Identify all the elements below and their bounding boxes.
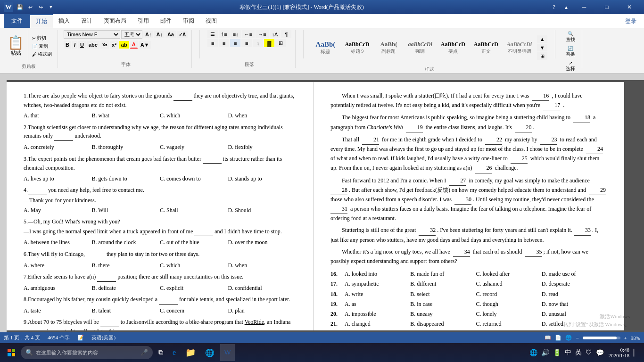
- zoom-in-btn[interactable]: +: [624, 335, 627, 341]
- style-normal[interactable]: AaBbCcD 正文: [471, 40, 502, 56]
- select-button[interactable]: ↗ 选择: [563, 59, 578, 73]
- tab-file[interactable]: 文件: [4, 14, 30, 28]
- q7-blank: [97, 272, 116, 282]
- help-button[interactable]: ?: [549, 3, 559, 11]
- font-name-select[interactable]: Times New F: [64, 30, 120, 39]
- style-emphasis[interactable]: aaBbCcDi 强调: [405, 40, 435, 56]
- align-left-button[interactable]: ≡: [207, 39, 218, 47]
- borders-button[interactable]: ⊞: [275, 39, 286, 47]
- bullets-button[interactable]: ☰: [207, 30, 218, 38]
- style-subtitle[interactable]: AaBb( 副标题: [374, 39, 403, 56]
- tab-view[interactable]: 视图: [200, 14, 223, 28]
- cut-button[interactable]: ✂ 剪切: [30, 34, 54, 42]
- tab-layout[interactable]: 页面布局: [98, 14, 132, 28]
- customize-icon[interactable]: ▼: [47, 3, 55, 11]
- tray-chat[interactable]: 💬: [594, 349, 605, 357]
- tray-antivirus[interactable]: 🛡: [584, 349, 594, 356]
- align-center-button[interactable]: ≡: [219, 39, 229, 47]
- right-page[interactable]: When I was small, I spoke with a stutter…: [313, 82, 624, 330]
- underline-button[interactable]: U: [78, 41, 86, 49]
- edge-button[interactable]: e: [169, 344, 180, 361]
- line-spacing-button[interactable]: ↕: [253, 39, 263, 47]
- format-painter-button[interactable]: 🖌 格式刷: [30, 50, 54, 58]
- style-heading9[interactable]: AaBbCcD 标题 9: [341, 40, 372, 56]
- tab-mail[interactable]: 邮件: [155, 14, 177, 28]
- styles-up-button[interactable]: ▲: [537, 35, 547, 43]
- sort-button[interactable]: ↕A: [270, 30, 281, 38]
- clear-format-button[interactable]: ✓A: [177, 31, 188, 38]
- tray-network[interactable]: 🌐: [528, 349, 539, 357]
- find-button[interactable]: 🔍 查找: [563, 30, 578, 44]
- align-right-button[interactable]: ≡: [230, 39, 240, 47]
- undo-icon[interactable]: ↩: [26, 3, 34, 11]
- title-text: 寒假作业三(1)(1) [兼容模式] - Word(产品激活失败): [239, 4, 363, 10]
- left-page[interactable]: 1.There are also people who object to fa…: [7, 82, 313, 330]
- show-marks-button[interactable]: ¶: [281, 30, 291, 38]
- zoom-out-btn[interactable]: −: [576, 335, 578, 341]
- bold-button[interactable]: B: [64, 41, 71, 49]
- paragraph-label: 段落: [245, 60, 254, 68]
- tray-chinese[interactable]: 中: [563, 348, 573, 357]
- task-view-button[interactable]: ⧉: [155, 344, 167, 361]
- tab-home[interactable]: 开始: [30, 14, 53, 28]
- styles-expand-button[interactable]: ⊞: [537, 52, 547, 60]
- font-color-button[interactable]: A: [130, 41, 138, 49]
- font-grow-button[interactable]: A↑: [143, 31, 153, 38]
- replace-button[interactable]: 🔄 替换: [563, 45, 578, 58]
- view-print-btn[interactable]: 📄: [555, 335, 561, 341]
- paste-button[interactable]: 📋 粘贴: [4, 30, 28, 62]
- strikethrough-button[interactable]: abc: [87, 41, 99, 49]
- justify-button[interactable]: ≡: [241, 39, 252, 47]
- copy-button[interactable]: 📄 复制: [30, 42, 54, 50]
- clock[interactable]: 0:48 2020/1/18: [606, 347, 631, 358]
- start-button[interactable]: [4, 344, 19, 361]
- view-web-btn[interactable]: 🌐: [565, 335, 572, 341]
- save-icon[interactable]: 💾: [16, 3, 24, 11]
- shading-button[interactable]: ▓: [264, 39, 274, 47]
- multilevel-button[interactable]: ≡↕: [231, 30, 241, 38]
- q2-options: A. concretely B. thoroughly C. vaguely D…: [24, 143, 296, 152]
- font-shrink-button[interactable]: A↓: [154, 31, 164, 38]
- tab-references[interactable]: 引用: [132, 14, 155, 28]
- word-taskbar-button[interactable]: W: [220, 344, 235, 361]
- search-icon: 🔍: [25, 349, 33, 356]
- styles-down-button[interactable]: ▼: [537, 44, 547, 51]
- tab-design[interactable]: 设计: [75, 14, 98, 28]
- view-read-btn[interactable]: 📖: [545, 335, 551, 341]
- numbering-button[interactable]: 1≡: [219, 30, 230, 38]
- separator-1: [199, 30, 200, 58]
- italic-button[interactable]: I: [72, 41, 77, 49]
- subscript-button[interactable]: x₂: [100, 41, 109, 49]
- increase-indent-button[interactable]: →≡: [256, 30, 268, 38]
- redo-icon[interactable]: ↪: [37, 3, 44, 11]
- tray-battery[interactable]: 🔋: [552, 349, 562, 357]
- show-desktop[interactable]: ▏: [632, 349, 640, 357]
- q1-blank: [173, 91, 192, 101]
- minimize-button[interactable]: ─: [573, 0, 595, 14]
- ribbon-toggle[interactable]: ▲: [560, 5, 572, 10]
- tray-volume[interactable]: 🔊: [540, 349, 551, 357]
- superscript-button[interactable]: x²: [110, 41, 118, 49]
- change-case-button[interactable]: Aa: [165, 31, 176, 38]
- font-size-select[interactable]: 五号: [121, 30, 142, 39]
- style-subtle-em[interactable]: AaBbCcDi 不明显强调: [504, 40, 535, 56]
- ie-button[interactable]: 🌐: [201, 344, 218, 361]
- search-box[interactable]: 🔍 在这里输入你要搜索的内容 🎤: [21, 346, 153, 359]
- decrease-indent-button[interactable]: ←≡: [242, 30, 255, 38]
- blank-29: 29: [589, 186, 606, 195]
- style-strong[interactable]: AaBbCcD 要点: [438, 40, 469, 56]
- tray-lang[interactable]: 英: [574, 348, 583, 357]
- style-heading[interactable]: AaBb( 标题: [311, 39, 339, 57]
- q5-optA: A. between the lines: [24, 238, 92, 247]
- restore-button[interactable]: □: [596, 0, 618, 14]
- font-effects-button[interactable]: A▼: [139, 41, 151, 49]
- highlight-button[interactable]: ab: [119, 41, 129, 49]
- q7-text: 7.Either side seems to have a(n) positio…: [24, 272, 296, 282]
- tab-review[interactable]: 审阅: [177, 14, 200, 28]
- q5-optD: D. over the moon: [228, 238, 297, 247]
- close-button[interactable]: ✕: [619, 0, 640, 14]
- zoom-slider[interactable]: [583, 337, 620, 339]
- tab-insert[interactable]: 插入: [53, 14, 75, 28]
- login-button[interactable]: 登录: [621, 15, 640, 28]
- explorer-button[interactable]: 📁: [182, 344, 199, 361]
